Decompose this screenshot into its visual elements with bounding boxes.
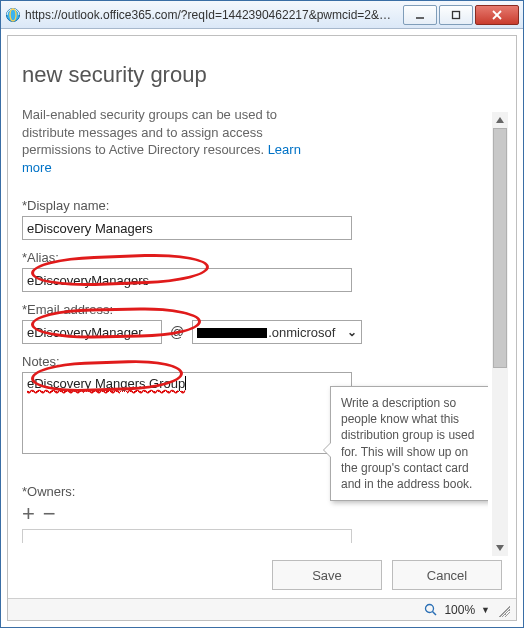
- notes-textarea[interactable]: eDiscovery Mangers Group: [22, 372, 352, 454]
- zoom-level[interactable]: 100%: [444, 603, 475, 617]
- client-area: new security group Mail-enabled security…: [1, 29, 523, 627]
- redacted-domain-prefix: [197, 328, 267, 338]
- notes-label: Notes:: [22, 354, 488, 369]
- page-title: new security group: [22, 62, 502, 88]
- window-control-buttons: [401, 5, 519, 25]
- window-titlebar: https://outlook.office365.com/?reqId=144…: [1, 1, 523, 29]
- svg-marker-7: [496, 545, 504, 551]
- email-local-input[interactable]: [22, 320, 162, 344]
- add-owner-button[interactable]: +: [22, 505, 35, 523]
- minimize-button[interactable]: [403, 5, 437, 25]
- email-address-label: *Email address:: [22, 302, 488, 317]
- window-url: https://outlook.office365.com/?reqId=144…: [25, 8, 395, 22]
- alias-label: *Alias:: [22, 250, 488, 265]
- display-name-input[interactable]: [22, 216, 352, 240]
- zoom-icon[interactable]: [424, 603, 438, 617]
- dialog-footer: Save Cancel: [272, 560, 502, 590]
- close-button[interactable]: [475, 5, 519, 25]
- maximize-button[interactable]: [439, 5, 473, 25]
- owners-listbox[interactable]: [22, 529, 352, 543]
- svg-rect-3: [453, 11, 460, 18]
- scroll-down-arrow-icon[interactable]: [492, 540, 508, 556]
- display-name-label: *Display name:: [22, 198, 488, 213]
- svg-line-9: [433, 611, 437, 615]
- alias-input[interactable]: [22, 268, 352, 292]
- email-address-row: @ .onmicrosof ⌄: [22, 320, 488, 344]
- resize-grip-icon[interactable]: [496, 603, 510, 617]
- ie-icon: [5, 7, 21, 23]
- email-at-symbol: @: [170, 324, 184, 340]
- owners-controls: + −: [22, 505, 488, 523]
- intro-text-body: Mail-enabled security groups can be used…: [22, 107, 277, 157]
- scroll-up-arrow-icon[interactable]: [492, 112, 508, 128]
- remove-owner-button[interactable]: −: [43, 505, 56, 523]
- status-bar: 100% ▼: [8, 598, 516, 620]
- save-button[interactable]: Save: [272, 560, 382, 590]
- zoom-dropdown-icon[interactable]: ▼: [481, 605, 490, 615]
- chevron-down-icon: ⌄: [347, 325, 357, 339]
- ie-popup-window: https://outlook.office365.com/?reqId=144…: [0, 0, 524, 628]
- scrollbar-thumb[interactable]: [493, 128, 507, 368]
- svg-point-8: [426, 604, 434, 612]
- notes-help-tooltip: Write a description so people know what …: [330, 386, 488, 501]
- form-scroll-area: Mail-enabled security groups can be used…: [22, 106, 488, 556]
- email-domain-value: .onmicrosof: [197, 325, 335, 340]
- svg-marker-6: [496, 117, 504, 123]
- dialog-panel: new security group Mail-enabled security…: [7, 35, 517, 621]
- email-domain-select[interactable]: .onmicrosof ⌄: [192, 320, 362, 344]
- intro-text: Mail-enabled security groups can be used…: [22, 106, 322, 176]
- vertical-scrollbar[interactable]: [492, 112, 508, 556]
- cancel-button[interactable]: Cancel: [392, 560, 502, 590]
